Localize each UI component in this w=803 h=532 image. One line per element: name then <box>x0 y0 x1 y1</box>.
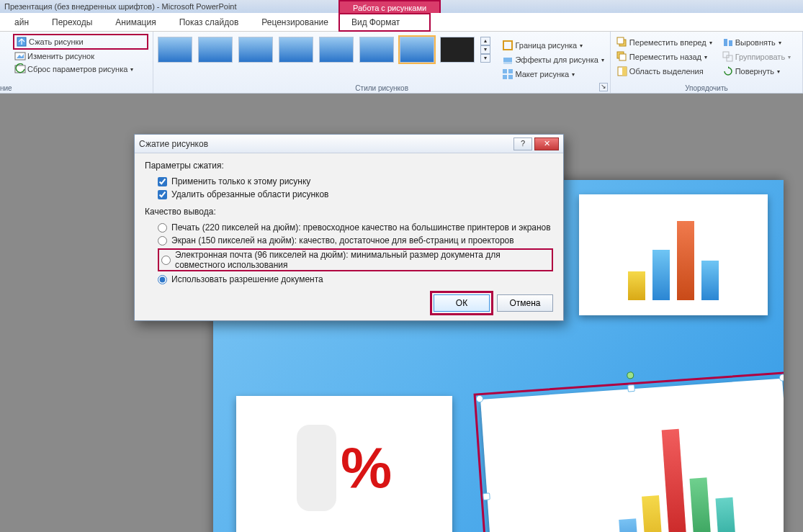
compress-pictures-button[interactable]: Сжать рисунки <box>13 34 148 50</box>
adjust-group-label: ние <box>0 84 153 92</box>
style-thumb[interactable] <box>440 37 475 63</box>
dropdown-icon: ▾ <box>788 54 791 60</box>
label-email: Электронная почта (96 пикселей на дюйм):… <box>175 250 549 270</box>
svg-rect-10 <box>508 75 513 79</box>
rotate-icon <box>722 66 734 77</box>
dropdown-icon: ▾ <box>779 40 781 46</box>
rotate-handle[interactable] <box>627 371 634 379</box>
picture-style-gallery[interactable]: ▴ ▾ ▾ Граница рисунка▾ Эффекты для рисун… <box>158 34 605 81</box>
svg-rect-6 <box>503 62 512 64</box>
layout-icon <box>502 68 513 80</box>
compress-icon <box>16 36 27 48</box>
svg-rect-19 <box>723 52 729 58</box>
resize-handle[interactable] <box>483 492 490 500</box>
svg-rect-20 <box>727 55 732 61</box>
style-thumb[interactable] <box>279 37 313 63</box>
ok-button[interactable]: ОК <box>434 294 490 312</box>
send-backward-icon <box>616 51 628 63</box>
picture-border-button[interactable]: Граница рисунка▾ <box>501 39 605 52</box>
svg-rect-14 <box>619 54 626 60</box>
scroll-down-icon[interactable]: ▾ <box>480 45 490 54</box>
dialog-section-output-quality: Качество вывода: <box>145 207 553 217</box>
compress-pictures-label: Сжать рисунки <box>29 37 84 46</box>
contextual-tab-title: Работа с рисунками <box>338 0 441 13</box>
picture-layout-button[interactable]: Макет рисунка▾ <box>501 68 605 81</box>
resize-handle[interactable] <box>627 384 635 392</box>
styles-group-label: Стили рисунков <box>153 84 609 92</box>
dialog-help-button[interactable]: ? <box>513 137 532 150</box>
dropdown-icon: ▾ <box>130 66 133 73</box>
svg-rect-17 <box>724 39 727 46</box>
gallery-scroll[interactable]: ▴ ▾ ▾ <box>480 37 490 63</box>
dialog-titlebar[interactable]: Сжатие рисунков ? ✕ <box>135 135 563 153</box>
label-apply-only: Применить только к этому рисунку <box>171 176 310 186</box>
rotate-button[interactable]: Повернуть▾ <box>721 65 793 78</box>
ribbon-group-arrange: Переместить вперед▾ Переместить назад▾ О… <box>611 32 803 93</box>
svg-rect-16 <box>622 67 627 76</box>
label-delete-cropped: Удалить обрезанные области рисунков <box>171 189 329 199</box>
tab-format[interactable]: Формат <box>338 13 431 32</box>
scroll-up-icon[interactable]: ▴ <box>480 37 490 45</box>
svg-rect-7 <box>503 69 507 73</box>
radio-screen[interactable] <box>158 236 167 245</box>
resize-handle[interactable] <box>779 374 784 382</box>
slide-image-bottom-left[interactable]: % <box>236 396 452 532</box>
slide-image-top-right[interactable] <box>579 194 768 315</box>
ribbon-group-adjust: Сжать рисунки Изменить рисунок Сброс пар… <box>0 32 153 93</box>
tab-slideshow[interactable]: Показ слайдов <box>168 14 251 30</box>
bring-forward-icon <box>616 37 628 48</box>
style-thumb[interactable] <box>198 37 233 63</box>
tab-review[interactable]: Рецензирование <box>250 14 340 30</box>
change-picture-button[interactable]: Изменить рисунок <box>13 50 148 63</box>
svg-rect-4 <box>503 41 512 50</box>
dropdown-icon: ▾ <box>709 40 712 46</box>
arrange-group-label: Упорядочить <box>611 84 802 92</box>
svg-rect-9 <box>503 75 507 79</box>
cancel-button[interactable]: Отмена <box>497 294 553 312</box>
styles-group-launcher[interactable]: ↘ <box>599 83 608 91</box>
bring-forward-button[interactable]: Переместить вперед▾ <box>615 36 714 49</box>
tab-design-partial[interactable]: айн <box>3 14 40 30</box>
radio-print[interactable] <box>158 223 167 233</box>
group-button[interactable]: Группировать▾ <box>721 50 793 63</box>
tab-animations[interactable]: Анимация <box>104 14 167 30</box>
checkbox-delete-cropped[interactable] <box>158 190 167 199</box>
align-icon <box>722 37 734 48</box>
send-backward-button[interactable]: Переместить назад▾ <box>615 50 714 63</box>
style-thumb-selected[interactable] <box>400 37 434 63</box>
selection-pane-icon <box>616 66 628 77</box>
reset-picture-label: Сброс параметров рисунка <box>27 65 127 73</box>
ribbon-group-styles: ▴ ▾ ▾ Граница рисунка▾ Эффекты для рисун… <box>153 32 610 93</box>
gallery-more-icon[interactable]: ▾ <box>480 54 490 63</box>
resize-handle[interactable] <box>476 395 484 403</box>
dropdown-icon: ▾ <box>580 42 583 49</box>
tab-transitions[interactable]: Переходы <box>40 14 104 30</box>
change-picture-label: Изменить рисунок <box>27 52 94 60</box>
reset-picture-button[interactable]: Сброс параметров рисунка ▾ <box>13 63 148 76</box>
dropdown-icon: ▾ <box>777 68 780 75</box>
change-picture-icon <box>14 50 26 62</box>
group-icon <box>722 51 734 63</box>
reset-picture-icon <box>14 63 26 75</box>
style-thumb[interactable] <box>158 37 192 63</box>
effects-icon <box>502 54 513 66</box>
checkbox-apply-only[interactable] <box>158 177 167 186</box>
align-button[interactable]: Выровнять▾ <box>721 36 793 49</box>
dialog-close-button[interactable]: ✕ <box>534 137 559 150</box>
style-thumb[interactable] <box>319 37 354 63</box>
style-thumb[interactable] <box>238 37 273 63</box>
radio-email[interactable] <box>161 256 171 265</box>
picture-effects-button[interactable]: Эффекты для рисунка▾ <box>501 53 605 66</box>
style-thumb[interactable] <box>359 37 394 63</box>
slide-image-selected[interactable] <box>480 379 784 532</box>
label-print: Печать (220 пикселей на дюйм): превосход… <box>171 222 551 233</box>
dropdown-icon: ▾ <box>601 57 604 63</box>
radio-docres[interactable] <box>158 275 167 284</box>
svg-marker-21 <box>728 66 730 68</box>
window-title: Презентация (без внедренных шрифтов) - M… <box>4 2 237 11</box>
svg-rect-8 <box>508 69 513 73</box>
border-icon <box>502 40 513 51</box>
ribbon: Сжать рисунки Изменить рисунок Сброс пар… <box>0 32 803 94</box>
dialog-section-compress-options: Параметры сжатия: <box>145 161 553 171</box>
selection-pane-button[interactable]: Область выделения <box>615 65 714 78</box>
